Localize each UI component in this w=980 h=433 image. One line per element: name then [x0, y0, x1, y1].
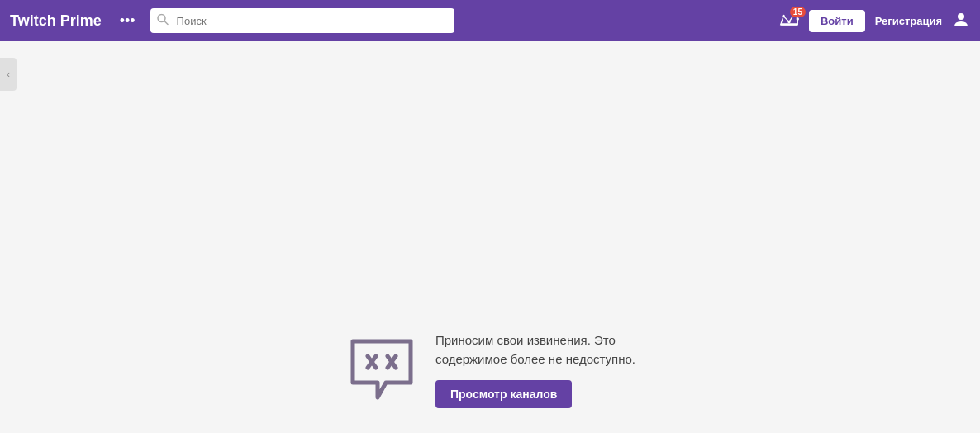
error-message: Приносим свои извинения. Это содержимое … [435, 331, 635, 369]
error-block: Приносим свои извинения. Это содержимое … [345, 331, 635, 408]
register-button[interactable]: Регистрация [875, 15, 942, 27]
svg-rect-3 [781, 23, 798, 26]
error-text-block: Приносим свои извинения. Это содержимое … [435, 331, 635, 408]
header: Twitch Prime ••• 15 Войти Регистрация [0, 0, 980, 41]
chevron-left-icon: ‹ [7, 69, 10, 80]
error-icon [345, 333, 419, 407]
browse-channels-button[interactable]: Просмотр каналов [435, 380, 572, 408]
svg-point-4 [787, 21, 790, 23]
more-button[interactable]: ••• [115, 9, 140, 33]
search-input[interactable] [150, 8, 455, 33]
search-icon [157, 14, 169, 28]
notification-badge: 15 [790, 7, 806, 17]
login-button[interactable]: Войти [809, 10, 865, 32]
search-container [150, 8, 455, 33]
svg-point-6 [797, 17, 799, 20]
svg-point-7 [958, 13, 964, 20]
sidebar-toggle-button[interactable]: ‹ [0, 58, 17, 91]
error-line1: Приносим свои извинения. Это [435, 333, 616, 347]
user-icon[interactable] [952, 10, 970, 32]
notification-button[interactable]: 15 [779, 12, 799, 30]
main-content: ‹ Приносим свои извинения. Это содержимо… [0, 41, 980, 433]
svg-point-5 [782, 15, 784, 17]
header-right: 15 Войти Регистрация [779, 10, 970, 32]
error-line2: содержимое более не недоступно. [435, 352, 635, 366]
logo[interactable]: Twitch Prime [10, 12, 102, 30]
svg-line-1 [164, 21, 168, 25]
